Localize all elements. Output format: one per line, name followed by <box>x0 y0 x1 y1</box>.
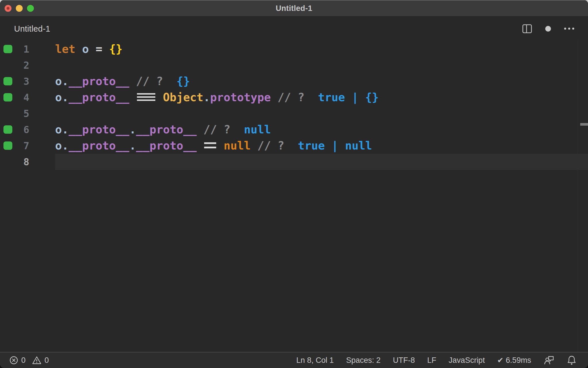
token: . <box>203 91 210 104</box>
code-line-row: 2 <box>0 57 588 73</box>
token <box>89 43 95 55</box>
token: o <box>82 43 89 55</box>
token: . <box>129 123 136 136</box>
tab-untitled-1[interactable]: Untitled-1 <box>14 24 50 33</box>
code-line[interactable]: o.__proto__.__proto__ null // ? true | n… <box>55 138 372 154</box>
feedback-button[interactable] <box>543 355 554 365</box>
split-editor-button[interactable] <box>522 24 532 34</box>
encoding[interactable]: UTF-8 <box>393 356 415 365</box>
title-bar: Untitled-1 <box>0 0 588 16</box>
token <box>217 139 224 152</box>
token: __proto__ <box>136 123 197 136</box>
line-number[interactable]: 1 <box>0 41 29 57</box>
token <box>251 139 257 152</box>
status-bar: 0 0 Ln 8, Col 1 Spaces: 2 UTF-8 LF JavaS… <box>0 352 588 368</box>
token: __proto__ <box>69 123 129 136</box>
code-line-row: 8 <box>0 154 588 170</box>
token <box>231 123 244 136</box>
cursor-position[interactable]: Ln 8, Col 1 <box>296 356 334 365</box>
token: | <box>325 139 345 152</box>
token: __proto__ <box>69 139 129 152</box>
token: true <box>298 139 325 152</box>
error-icon <box>9 356 18 365</box>
token <box>163 75 177 88</box>
token: null <box>244 123 271 136</box>
token: Object <box>163 91 203 104</box>
token: let <box>55 43 75 55</box>
token <box>284 139 298 152</box>
token: | <box>345 91 365 104</box>
double-equals-ligature <box>204 142 216 148</box>
code-line-row: 7o.__proto__.__proto__ null // ? true | … <box>0 138 588 154</box>
ellipsis-icon <box>564 28 566 30</box>
tab-bar: Untitled-1 <box>0 16 588 41</box>
token: prototype <box>210 91 271 104</box>
token <box>129 91 136 104</box>
token <box>197 139 203 152</box>
token: . <box>129 139 136 152</box>
indentation[interactable]: Spaces: 2 <box>346 356 381 365</box>
code-line-row: 3o.__proto__ // ? {} <box>0 73 588 89</box>
quokka-status[interactable]: ✔6.59ms <box>497 356 531 365</box>
token: // ? <box>204 123 231 136</box>
token: o. <box>55 75 69 88</box>
code-line-row: 5 <box>0 106 588 122</box>
eol-sequence[interactable]: LF <box>427 356 436 365</box>
code-line-row: 6o.__proto__.__proto__ // ? null <box>0 122 588 138</box>
check-icon: ✔ <box>497 356 504 365</box>
notifications-button[interactable] <box>567 355 577 365</box>
line-number[interactable]: 8 <box>0 154 29 170</box>
code-line[interactable]: let o = {} <box>55 41 123 57</box>
token: null <box>345 139 372 152</box>
window-title: Untitled-1 <box>0 1 588 16</box>
token <box>129 75 136 88</box>
token: true <box>318 91 345 104</box>
token: __proto__ <box>69 75 129 88</box>
language-mode[interactable]: JavaScript <box>449 356 485 365</box>
triple-equals-ligature <box>137 93 156 101</box>
token: o. <box>55 139 69 152</box>
line-number[interactable]: 2 <box>0 57 29 73</box>
code-line-row: 1let o = {} <box>0 41 588 57</box>
token <box>305 91 318 104</box>
line-number[interactable]: 5 <box>0 106 29 122</box>
warning-count: 0 <box>45 356 49 365</box>
token: // ? <box>257 139 284 152</box>
more-actions-button[interactable] <box>564 28 574 30</box>
line-number[interactable]: 7 <box>0 138 29 154</box>
error-count: 0 <box>21 356 26 365</box>
token: o. <box>55 123 69 136</box>
token: null <box>224 139 251 152</box>
token: __proto__ <box>69 91 129 104</box>
editor-actions <box>522 24 574 34</box>
line-number[interactable]: 4 <box>0 89 29 106</box>
token <box>197 123 203 136</box>
code-line-row: 4o.__proto__ Object.prototype // ? true … <box>0 89 588 106</box>
token <box>156 91 163 104</box>
token: {} <box>365 91 379 104</box>
token: // ? <box>278 91 305 104</box>
dirty-indicator-button[interactable] <box>545 26 551 32</box>
token: o. <box>55 91 69 104</box>
token <box>102 43 109 55</box>
warning-icon <box>32 356 41 365</box>
feedback-icon <box>543 355 554 365</box>
line-number[interactable]: 3 <box>0 73 29 89</box>
current-line-highlight <box>55 154 588 170</box>
code-line[interactable]: o.__proto__ Object.prototype // ? true |… <box>55 89 379 106</box>
line-number[interactable]: 6 <box>0 122 29 138</box>
split-editor-icon <box>522 24 532 34</box>
editor[interactable]: 1let o = {}23o.__proto__ // ? {}4o.__pro… <box>0 41 588 352</box>
token: // ? <box>136 75 163 88</box>
token: __proto__ <box>136 139 197 152</box>
token <box>271 91 277 104</box>
token: = <box>96 43 102 55</box>
token: {} <box>109 43 123 55</box>
dirty-dot-icon <box>545 26 551 32</box>
vscode-window: Untitled-1 Untitled-1 1let o = {}23o.__p… <box>0 0 588 368</box>
quokka-time: 6.59ms <box>506 356 531 365</box>
problems-button[interactable]: 0 0 <box>9 356 49 365</box>
code-line[interactable]: o.__proto__.__proto__ // ? null <box>55 122 271 138</box>
code-line[interactable]: o.__proto__ // ? {} <box>55 73 190 89</box>
bell-icon <box>567 355 577 365</box>
